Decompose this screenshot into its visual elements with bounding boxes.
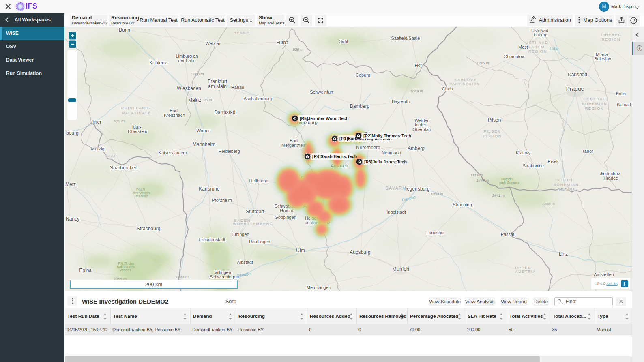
svg-text:?: ?: [632, 18, 635, 23]
svg-text:[R2]Molly Thomas:Tech: [R2]Molly Thomas:Tech: [363, 133, 411, 138]
svg-text:[R3]Julia Jones:Tech: [R3]Julia Jones:Tech: [364, 159, 407, 164]
svg-text:i: i: [623, 281, 625, 287]
svg-text:200 km: 200 km: [145, 281, 163, 287]
svg-text:[R4]Sarah Harris:Tech: [R4]Sarah Harris:Tech: [312, 154, 357, 159]
svg-text:[R5]Jennifer Wood:Tech: [R5]Jennifer Wood:Tech: [300, 116, 348, 121]
svg-text:Tiles © ArcGIS: Tiles © ArcGIS: [595, 282, 618, 286]
